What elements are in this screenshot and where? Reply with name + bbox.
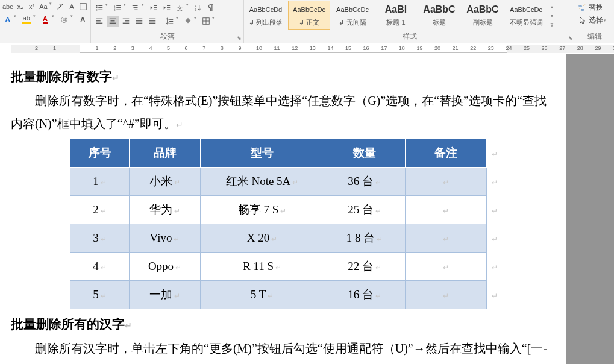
styles-more-icon[interactable]: ⊽ [548,22,556,28]
font-color-icon[interactable]: A [40,14,50,25]
align-distribute-icon[interactable] [146,16,158,27]
select-label: 选择 [589,15,603,25]
svg-rect-16 [154,5,157,6]
document-area: 批量删除所有数字↵ 删除所有数字时，在“特殊格式(E)”按钮菜单中选择“任意数字… [0,54,614,364]
paragraph-1: 删除所有数字时，在“特殊格式(E)”按钮菜单中选择“任意数字（G)”选项，在“替… [11,89,557,135]
svg-rect-4 [98,7,102,8]
svg-text:A: A [195,4,197,8]
borders-icon[interactable] [200,16,212,27]
paragraph-2: 删除所有汉字时，单击左下角的“更多(M)”按钮后勾选“使用通配符（U)”→然后在… [11,337,557,364]
svg-rect-21 [167,10,170,10]
paragraph-section: ▾ 123▾ ▾ 文▾ AZ ▾ ▾ ▾ 段落 ⬊ [90,0,244,43]
styles-up-icon[interactable]: ▴ [548,4,556,10]
cell-brand: 小米 ↵ [130,167,201,195]
style-no-spacing[interactable]: AaBbCcDc↲ 无间隔 [331,1,374,30]
svg-text:ab: ab [578,4,582,8]
edit-label: 编辑 [575,31,614,42]
styles-launcher-icon[interactable]: ⬊ [568,35,573,41]
numbering-icon[interactable]: 123 [111,2,124,13]
cell-note: ↵ [406,224,487,253]
style-subtitle[interactable]: AaBbC副标题 [462,1,504,30]
svg-text:ac: ac [581,8,584,11]
table-row: 5 ↵一加 ↵5 T ↵16 台 ↵ ↵↵ [70,281,498,309]
th-seq: 序号 [70,139,130,167]
strikethrough-icon[interactable]: abc [2,1,13,12]
cell-note: ↵ [406,281,487,309]
svg-rect-29 [111,20,115,21]
data-table: 序号品牌型号数量备注↵ 1 ↵小米 ↵红米 Note 5A ↵36 台 ↵ ↵↵… [70,139,498,310]
asian-layout-icon[interactable]: 文 [174,2,186,13]
svg-rect-39 [149,23,156,24]
style-title[interactable]: AaBbC标题 [418,1,460,30]
cell-seq: 1 ↵ [70,167,130,195]
style-normal[interactable]: AaBbCcDc↲ 正文 [288,1,330,30]
superscript-icon[interactable]: x² [27,1,36,12]
show-marks-icon[interactable] [205,2,218,13]
cell-model: 畅享 7 S ↵ [201,196,324,224]
svg-rect-35 [136,20,143,21]
cell-qty: 22 台 ↵ [324,253,406,281]
enclose-icon[interactable]: ㊐ [58,14,69,25]
cell-seq: 2 ↵ [70,196,130,224]
align-justify-icon[interactable] [133,16,145,27]
cell-model: R 11 S ↵ [201,253,324,281]
svg-rect-38 [149,20,156,21]
document-page[interactable]: 批量删除所有数字↵ 删除所有数字时，在“特殊格式(E)”按钮菜单中选择“任意数字… [11,54,566,364]
ribbon-toolbar: abc x₂ x² Aa▾ A A▾ ab▾ A▾ ㊐▾ A ▾ 123▾ ▾ … [0,0,614,43]
cell-brand: 一加 ↵ [130,281,201,309]
line-spacing-icon[interactable] [164,16,176,27]
svg-rect-36 [136,23,143,24]
paragraph-label: 段落 [91,31,243,42]
svg-rect-26 [96,20,101,21]
sort-icon[interactable]: AZ [192,2,204,13]
svg-rect-14 [134,7,138,8]
svg-rect-28 [110,19,116,19]
style-heading1[interactable]: AaBl标题 1 [375,1,417,30]
svg-rect-37 [149,19,156,19]
char-shading-icon[interactable]: A [78,14,88,25]
svg-rect-30 [110,23,116,24]
shading-icon[interactable] [182,16,194,27]
border-icon[interactable] [79,1,88,12]
multilevel-icon[interactable] [130,2,142,13]
svg-rect-15 [134,10,137,10]
cell-brand: 华为 ↵ [130,196,201,224]
select-button[interactable]: 选择▾ [577,14,613,27]
text-effects-icon[interactable]: A [2,14,13,25]
cell-brand: Vivo ↵ [130,224,201,253]
replace-button[interactable]: abac 替换 [577,1,613,14]
table-row: 2 ↵华为 ↵畅享 7 S ↵25 台 ↵ ↵↵ [70,196,498,224]
phonetic-icon[interactable]: A [67,1,77,12]
svg-rect-2 [98,5,102,6]
decrease-indent-icon[interactable] [148,2,160,13]
cell-seq: 4 ↵ [70,253,130,281]
ruler: 2112345678910111213141516171819202122232… [0,43,614,54]
clear-format-icon[interactable] [55,1,64,12]
horizontal-ruler[interactable]: 2112345678910111213141516171819202122232… [11,43,614,54]
increase-indent-icon[interactable] [161,2,173,13]
cell-model: X 20 ↵ [201,224,324,253]
align-left-icon[interactable] [93,16,105,27]
svg-rect-13 [133,5,138,6]
th-brand: 品牌 [130,139,201,167]
subscript-icon[interactable]: x₂ [16,1,25,12]
cell-note: ↵ [406,167,487,195]
style-list-para[interactable]: AaBbCcDd↲ 列出段落 [245,1,287,30]
styles-down-icon[interactable]: ▾ [548,13,556,19]
highlight-icon[interactable]: ab [21,14,31,25]
cell-note: ↵ [406,196,487,224]
svg-rect-41 [169,21,173,22]
align-right-icon[interactable] [120,16,132,27]
th-note: 备注 [406,139,487,167]
svg-rect-12 [116,10,121,10]
align-center-icon[interactable] [107,16,119,27]
change-case-icon[interactable]: Aa [39,1,48,12]
bullets-icon[interactable] [93,2,105,13]
cell-qty: 25 台 ↵ [324,196,406,224]
style-subtle-emph[interactable]: AaBbCcDc不明显强调 [505,1,547,30]
th-model: 型号 [201,139,324,167]
paragraph-launcher-icon[interactable]: ⬊ [237,35,242,41]
th-qty: 数量 [324,139,406,167]
svg-point-5 [96,9,98,10]
svg-rect-32 [125,20,129,21]
